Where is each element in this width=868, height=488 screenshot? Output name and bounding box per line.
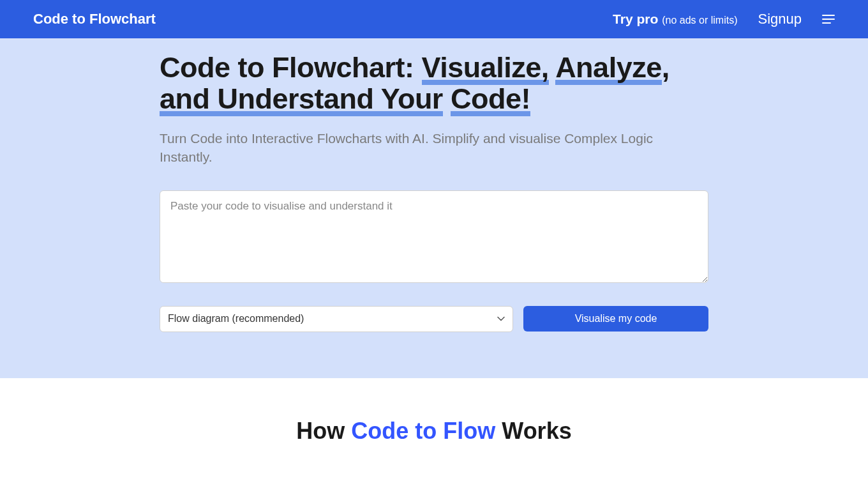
- visualise-button[interactable]: Visualise my code: [523, 306, 708, 332]
- hero-title: Code to Flowchart: Visualize, Analyze, a…: [160, 52, 708, 114]
- how-title-suffix: Works: [495, 418, 571, 444]
- hero-title-prefix: Code to Flowchart:: [160, 51, 422, 84]
- hero-section: Code to Flowchart: Visualize, Analyze, a…: [0, 38, 868, 378]
- how-it-works-section: How Code to Flow Works: [0, 378, 868, 470]
- try-pro-label: Try pro: [613, 11, 658, 27]
- try-pro-sublabel: (no ads or limits): [662, 15, 737, 26]
- hero-title-underline-2: Analyze: [555, 51, 662, 84]
- how-title: How Code to Flow Works: [0, 418, 868, 445]
- hero-title-underline-1: Visualize,: [422, 51, 549, 84]
- try-pro-link[interactable]: Try pro (no ads or limits): [613, 11, 737, 27]
- hero-title-underline-4: Code!: [451, 82, 530, 115]
- chevron-down-icon: [497, 315, 505, 323]
- diagram-type-select[interactable]: Flow diagram (recommended): [160, 306, 513, 332]
- how-title-highlight: Code to Flow: [351, 418, 495, 444]
- hero-title-middle: ,: [662, 51, 670, 84]
- header-right: Try pro (no ads or limits) Signup: [613, 11, 835, 27]
- logo[interactable]: Code to Flowchart: [33, 11, 156, 27]
- how-title-prefix: How: [296, 418, 351, 444]
- code-input[interactable]: [160, 190, 708, 283]
- signup-link[interactable]: Signup: [758, 11, 802, 27]
- controls-row: Flow diagram (recommended) Visualise my …: [160, 306, 708, 332]
- main-header: Code to Flowchart Try pro (no ads or lim…: [0, 0, 868, 38]
- select-value: Flow diagram (recommended): [168, 313, 497, 324]
- hero-subtitle: Turn Code into Interactive Flowcharts wi…: [160, 130, 708, 166]
- hamburger-menu-icon[interactable]: [822, 15, 835, 24]
- hero-title-underline-3: and Understand Your: [160, 82, 443, 115]
